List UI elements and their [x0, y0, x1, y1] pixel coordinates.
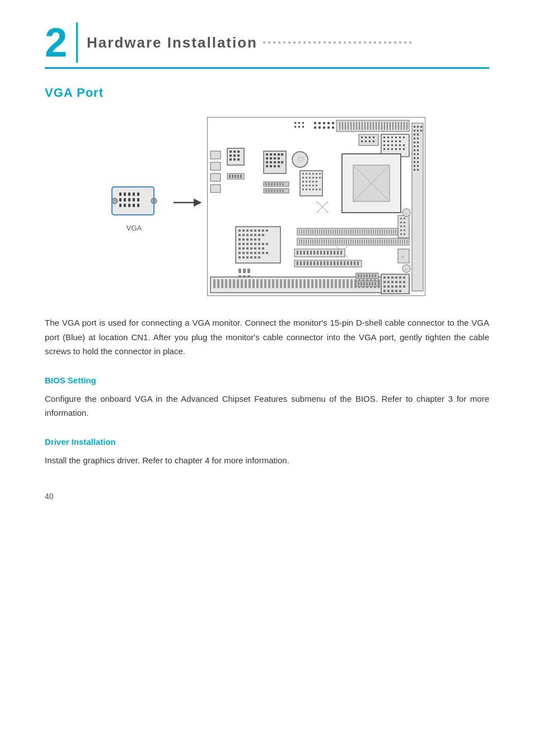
- svg-rect-195: [312, 177, 314, 179]
- svg-rect-6: [133, 192, 135, 196]
- svg-rect-484: [387, 281, 390, 283]
- svg-rect-242: [254, 243, 256, 245]
- svg-rect-131: [210, 185, 221, 192]
- svg-rect-8: [119, 198, 121, 201]
- header-dot: [359, 41, 361, 44]
- svg-rect-85: [294, 122, 296, 124]
- svg-rect-340: [335, 240, 336, 244]
- svg-rect-166: [281, 161, 283, 163]
- svg-rect-510: [360, 282, 362, 285]
- svg-rect-74: [406, 122, 407, 130]
- svg-rect-396: [313, 251, 315, 255]
- svg-rect-383: [404, 229, 405, 231]
- svg-rect-203: [302, 185, 304, 186]
- header-dot: [293, 41, 296, 44]
- svg-rect-492: [395, 285, 397, 288]
- svg-rect-173: [277, 183, 278, 185]
- svg-rect-420: [344, 261, 345, 265]
- svg-rect-394: [307, 251, 308, 255]
- svg-rect-41: [414, 157, 415, 159]
- svg-rect-328: [308, 240, 309, 244]
- svg-rect-134: [233, 151, 236, 153]
- svg-rect-180: [277, 190, 278, 192]
- svg-rect-64: [378, 122, 380, 130]
- svg-rect-47: [414, 169, 415, 171]
- svg-rect-178: [271, 190, 273, 192]
- svg-rect-251: [258, 247, 260, 250]
- svg-rect-60: [367, 122, 368, 130]
- svg-rect-512: [366, 282, 368, 285]
- svg-rect-286: [324, 229, 325, 234]
- header-dot: [318, 41, 321, 44]
- svg-rect-423: [354, 261, 355, 265]
- svg-rect-70: [395, 122, 396, 130]
- svg-rect-501: [358, 274, 359, 278]
- svg-rect-223: [262, 229, 264, 232]
- svg-rect-227: [246, 234, 249, 236]
- svg-rect-5: [128, 192, 130, 196]
- svg-rect-372: [406, 240, 407, 244]
- svg-rect-112: [395, 148, 397, 150]
- svg-rect-505: [369, 274, 371, 278]
- svg-rect-483: [383, 281, 386, 283]
- svg-rect-45: [414, 165, 415, 167]
- svg-rect-437: [256, 279, 259, 288]
- svg-rect-25: [420, 126, 422, 128]
- svg-rect-42: [417, 157, 419, 159]
- svg-rect-98: [383, 140, 385, 142]
- svg-rect-140: [233, 158, 236, 161]
- header-dot: [344, 41, 346, 44]
- svg-rect-295: [344, 229, 345, 234]
- svg-rect-401: [330, 251, 332, 255]
- vga-connector-area: VGA: [109, 181, 160, 232]
- svg-rect-276: [301, 229, 302, 234]
- svg-rect-367: [395, 240, 396, 244]
- svg-rect-461: [350, 279, 353, 288]
- svg-rect-130: [210, 173, 221, 181]
- svg-rect-38: [417, 149, 419, 151]
- svg-rect-35: [414, 145, 415, 147]
- svg-rect-90: [302, 126, 304, 128]
- svg-rect-426: [213, 279, 216, 288]
- svg-rect-447: [296, 279, 298, 288]
- svg-rect-192: [302, 177, 304, 179]
- svg-rect-209: [306, 189, 307, 190]
- svg-rect-325: [301, 240, 302, 244]
- svg-rect-282: [315, 229, 316, 234]
- svg-rect-54: [350, 122, 352, 130]
- svg-rect-376: [400, 218, 402, 219]
- svg-rect-13: [119, 204, 121, 207]
- header-dot: [339, 41, 341, 44]
- svg-rect-479: [391, 276, 394, 279]
- svg-rect-504: [366, 274, 368, 278]
- svg-rect-56: [356, 122, 357, 130]
- svg-rect-443: [280, 279, 282, 288]
- arrow-icon: [171, 194, 204, 211]
- svg-rect-246: [238, 247, 241, 250]
- svg-rect-436: [252, 279, 255, 288]
- svg-rect-267: [238, 269, 241, 273]
- svg-rect-478: [387, 276, 390, 279]
- svg-rect-200: [309, 181, 311, 182]
- svg-rect-494: [403, 285, 405, 288]
- svg-rect-300: [355, 229, 356, 234]
- svg-rect-31: [414, 138, 415, 139]
- svg-rect-123: [373, 140, 374, 142]
- svg-rect-175: [282, 183, 284, 185]
- svg-rect-224: [266, 229, 268, 232]
- svg-rect-315: [388, 229, 390, 234]
- svg-rect-114: [403, 148, 405, 150]
- svg-rect-151: [274, 153, 276, 156]
- svg-rect-129: [210, 162, 221, 170]
- svg-rect-418: [337, 261, 339, 265]
- svg-rect-236: [254, 238, 256, 241]
- svg-rect-285: [321, 229, 322, 234]
- svg-rect-171: [271, 183, 273, 185]
- svg-rect-61: [370, 122, 371, 130]
- svg-rect-441: [272, 279, 274, 288]
- svg-rect-456: [331, 279, 333, 288]
- svg-rect-83: [327, 126, 330, 129]
- svg-rect-419: [340, 261, 342, 265]
- svg-rect-118: [369, 137, 371, 138]
- svg-rect-165: [278, 165, 280, 167]
